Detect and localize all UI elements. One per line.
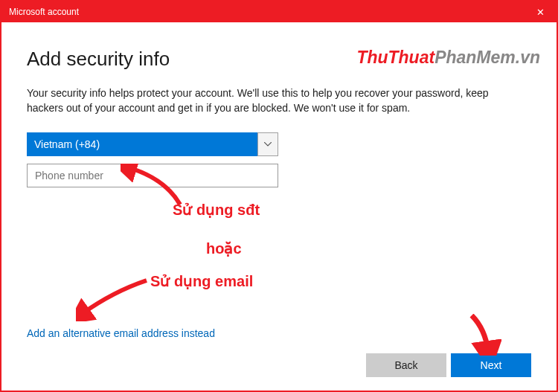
back-button[interactable]: Back [366,353,446,377]
chevron-down-icon [257,132,278,156]
page-description: Your security info helps protect your ac… [27,86,525,116]
annotation-arrow-email [76,277,150,321]
annotation-use-email: Sử dụng email [150,272,253,290]
country-code-select[interactable]: Vietnam (+84) [27,132,278,156]
annotation-or: hoặc [206,240,242,257]
next-button[interactable]: Next [451,353,531,377]
close-button[interactable]: ✕ [524,1,557,22]
watermark-text: ThuThuatPhanMem.vn [356,48,540,68]
button-row: Back Next [366,353,531,377]
annotation-arrow-next [464,314,501,356]
annotation-use-phone: Sử dụng sđt [173,201,260,219]
window-title: Microsoft account [9,7,79,17]
close-icon: ✕ [536,7,545,18]
alternative-email-link[interactable]: Add an alternative email address instead [27,327,531,339]
country-selected-label: Vietnam (+84) [27,132,257,156]
titlebar: Microsoft account ✕ [1,1,557,22]
